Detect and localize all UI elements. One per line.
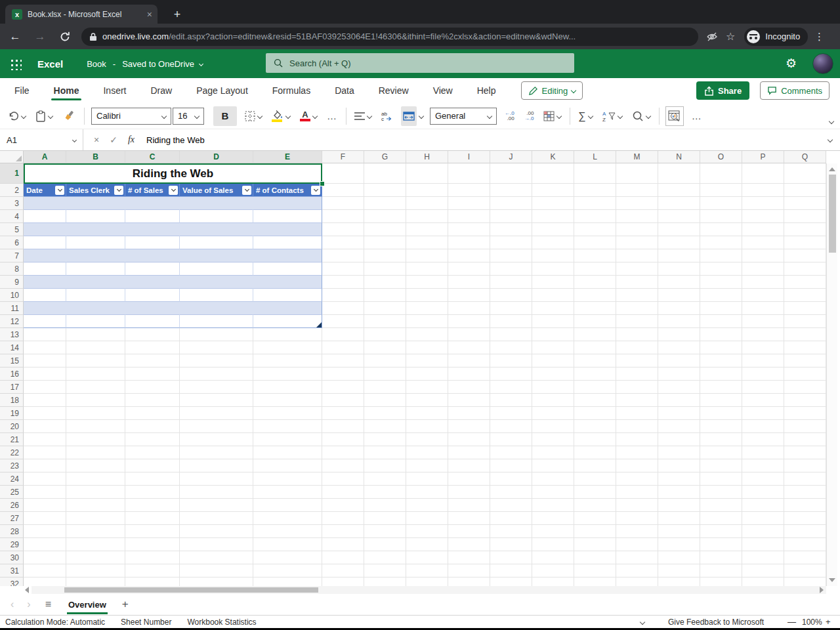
- grid-cell[interactable]: [322, 551, 364, 564]
- grid-cell[interactable]: [180, 315, 253, 328]
- grid-cell[interactable]: [700, 538, 742, 551]
- grid-cell[interactable]: [616, 289, 658, 302]
- grid-cell[interactable]: [24, 472, 66, 486]
- column-header[interactable]: M: [616, 151, 658, 163]
- bookmark-star-icon[interactable]: ☆: [726, 30, 735, 43]
- grid-cell[interactable]: [742, 302, 784, 315]
- grid-cell[interactable]: [180, 564, 253, 578]
- scroll-right-icon[interactable]: [820, 587, 824, 593]
- grid-cell[interactable]: [784, 302, 826, 315]
- grid-cell[interactable]: [742, 446, 784, 459]
- grid-cell[interactable]: [574, 564, 616, 578]
- grid-cell[interactable]: [180, 236, 253, 249]
- grid-cell[interactable]: [658, 381, 700, 394]
- grid-cell[interactable]: [406, 223, 448, 236]
- tab-page-layout[interactable]: Page Layout: [195, 79, 249, 102]
- grid-cell[interactable]: [658, 472, 700, 486]
- tab-view[interactable]: View: [432, 79, 454, 102]
- grid-cell[interactable]: [574, 578, 616, 586]
- grid-cell[interactable]: [66, 472, 125, 486]
- grid-cell[interactable]: [784, 486, 826, 499]
- row-header[interactable]: 27: [0, 512, 24, 525]
- grid-cell[interactable]: [322, 486, 364, 499]
- grid-cell[interactable]: [574, 420, 616, 433]
- grid-cell[interactable]: [658, 446, 700, 459]
- grid-cell[interactable]: [364, 368, 406, 381]
- grid-cell[interactable]: [406, 512, 448, 525]
- grid-cell[interactable]: [658, 538, 700, 551]
- grid-cell[interactable]: [742, 525, 784, 538]
- grid-cell[interactable]: [364, 525, 406, 538]
- more-commands-button[interactable]: …: [690, 106, 704, 126]
- grid-cell[interactable]: [364, 249, 406, 262]
- column-header[interactable]: N: [658, 151, 700, 163]
- grid-cell[interactable]: [406, 578, 448, 586]
- grid-cell[interactable]: [532, 236, 574, 249]
- grid-cell[interactable]: [24, 512, 66, 525]
- grid-cell[interactable]: [574, 459, 616, 472]
- grid-cell[interactable]: [532, 223, 574, 236]
- cell-a1-title[interactable]: Riding the Web: [24, 163, 322, 184]
- column-header[interactable]: G: [364, 151, 406, 163]
- paste-button[interactable]: [33, 106, 54, 126]
- grid-cell[interactable]: [253, 551, 322, 564]
- grid-cell[interactable]: [448, 551, 490, 564]
- grid-cell[interactable]: [125, 249, 180, 262]
- format-as-table-chevron-icon[interactable]: [556, 113, 562, 118]
- grid-cell[interactable]: [24, 486, 66, 499]
- grid-cell[interactable]: [784, 210, 826, 223]
- grid-cell[interactable]: [490, 249, 532, 262]
- grid-cell[interactable]: [700, 486, 742, 499]
- grid-cell[interactable]: [180, 525, 253, 538]
- grid-cell[interactable]: [532, 578, 574, 586]
- grid-cell[interactable]: [253, 302, 322, 315]
- app-launcher-icon[interactable]: [9, 58, 22, 70]
- grid-cell[interactable]: [742, 368, 784, 381]
- grid-cell[interactable]: [406, 328, 448, 341]
- settings-gear-icon[interactable]: ⚙: [786, 56, 797, 71]
- grid-cell[interactable]: [24, 459, 66, 472]
- grid-cell[interactable]: [125, 538, 180, 551]
- grid-cell[interactable]: [700, 407, 742, 420]
- grid-cell[interactable]: [448, 420, 490, 433]
- grid-cell[interactable]: [532, 551, 574, 564]
- grid-cell[interactable]: [322, 197, 364, 210]
- grid-cell[interactable]: [658, 499, 700, 512]
- scroll-left-icon[interactable]: [25, 587, 29, 593]
- grid-cell[interactable]: [448, 163, 490, 184]
- grid-cell[interactable]: [125, 341, 180, 354]
- grid-cell[interactable]: [406, 459, 448, 472]
- grid-cell[interactable]: [66, 197, 125, 210]
- grid-cell[interactable]: [180, 472, 253, 486]
- grid-cell[interactable]: [364, 486, 406, 499]
- grid-cell[interactable]: [532, 512, 574, 525]
- grid-cell[interactable]: [364, 341, 406, 354]
- fill-color-chevron-icon[interactable]: [285, 113, 291, 118]
- grid-cell[interactable]: [24, 578, 66, 586]
- grid-cell[interactable]: [364, 446, 406, 459]
- tab-review[interactable]: Review: [377, 79, 410, 102]
- grid-cell[interactable]: [253, 354, 322, 368]
- grid-cell[interactable]: [24, 249, 66, 262]
- refresh-icon[interactable]: [55, 27, 75, 47]
- grid-cell[interactable]: [784, 512, 826, 525]
- grid-cell[interactable]: [532, 210, 574, 223]
- grid-cell[interactable]: [532, 564, 574, 578]
- column-header[interactable]: K: [532, 151, 574, 163]
- grid-cell[interactable]: [253, 236, 322, 249]
- grid-cell[interactable]: [700, 551, 742, 564]
- grid-cell[interactable]: [616, 433, 658, 446]
- grid-cell[interactable]: [658, 354, 700, 368]
- grid-cell[interactable]: [784, 354, 826, 368]
- grid-cell[interactable]: [406, 210, 448, 223]
- grid-cell[interactable]: [322, 249, 364, 262]
- grid-cell[interactable]: [742, 420, 784, 433]
- bold-button[interactable]: B: [213, 106, 237, 126]
- grid-cell[interactable]: [66, 302, 125, 315]
- grid-cell[interactable]: [742, 223, 784, 236]
- grid-cell[interactable]: [700, 302, 742, 315]
- grid-cell[interactable]: [658, 276, 700, 289]
- grid-cell[interactable]: [784, 328, 826, 341]
- grid-cell[interactable]: [658, 564, 700, 578]
- eye-off-icon[interactable]: [706, 32, 718, 42]
